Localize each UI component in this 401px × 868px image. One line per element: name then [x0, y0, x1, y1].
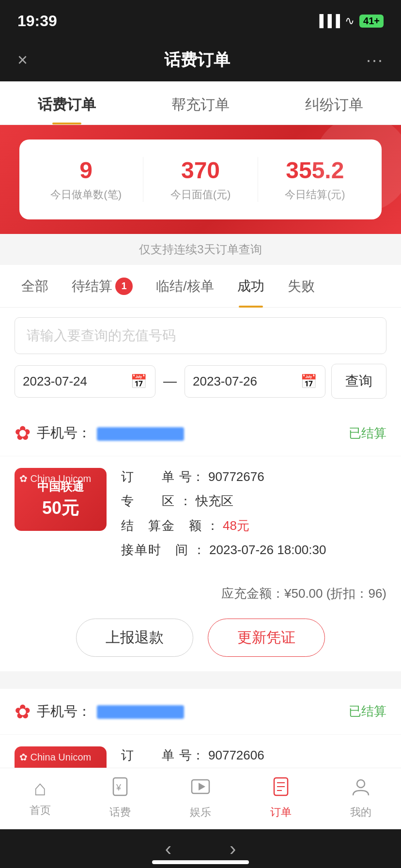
- status-filter-bar: 全部 待结算 1 临结/核单 成功 失败: [0, 265, 401, 308]
- carrier-card-1: ✿ China Unicom 中国联通 50元: [15, 468, 107, 531]
- stat-count-value: 9: [29, 157, 143, 184]
- stat-settle-label: 今日结算(元): [258, 187, 372, 202]
- unicom-icon-2: ✿: [15, 700, 31, 723]
- detail-row-zone: 专 区 ： 快充区: [121, 492, 386, 510]
- order-header-1: ✿ 手机号： 已结算: [0, 410, 401, 456]
- mine-icon: [350, 776, 371, 802]
- detail-row-order-no-2: 订 单 号： 90772606: [121, 746, 386, 764]
- nav-mine-label: 我的: [350, 805, 371, 820]
- stat-face-label: 今日面值(元): [143, 187, 257, 202]
- system-forward-button[interactable]: ›: [230, 838, 236, 860]
- nav-entertainment[interactable]: 娱乐: [160, 776, 241, 820]
- nav-title: 话费订单: [164, 49, 230, 71]
- detail-row-order-no: 订 单 号： 90772676: [121, 468, 386, 485]
- phone-blur-1: [97, 427, 184, 441]
- settled-badge-1: 已结算: [349, 425, 386, 442]
- phone-number-1: 手机号：: [37, 424, 349, 442]
- detail-row-time: 接单时 间 ： 2023-07-26 18:00:30: [121, 541, 386, 558]
- nav-orders[interactable]: 订单: [241, 776, 321, 820]
- detail-value-order: 90772676: [208, 468, 264, 485]
- home-icon: ⌂: [34, 776, 47, 800]
- section-divider: [0, 681, 401, 689]
- order-card-1: ✿ 手机号： 已结算 ✿ China Unicom 中国联通 50元 订 单 号…: [0, 410, 401, 671]
- detail-row-settle: 结 算金 额 ： 48元: [121, 517, 386, 534]
- filter-pending-badge: 1: [115, 278, 133, 295]
- detail-label-order: 订 单: [121, 468, 175, 485]
- stat-settle-value: 355.2: [258, 157, 372, 184]
- close-button[interactable]: ×: [17, 50, 28, 70]
- filter-pending[interactable]: 待结算 1: [60, 265, 144, 308]
- more-button[interactable]: ···: [366, 50, 384, 70]
- phone-blur-2: [97, 705, 184, 719]
- detail-value-order-2: 90772606: [208, 746, 264, 764]
- tab-talk-orders[interactable]: 话费订单: [0, 81, 134, 124]
- phone-icon: ¥: [109, 776, 131, 802]
- tab-help-orders[interactable]: 帮充订单: [134, 81, 267, 124]
- svg-marker-3: [199, 783, 205, 790]
- detail-value-time: 2023-07-26 18:00:30: [209, 541, 326, 558]
- stats-banner: 9 今日做单数(笔) 370 今日面值(元) 355.2 今日结算(元): [0, 125, 401, 234]
- filter-review[interactable]: 临结/核单: [144, 265, 226, 308]
- filter-all[interactable]: 全部: [10, 265, 60, 308]
- home-indicator: [152, 860, 249, 864]
- bottom-nav: ⌂ 首页 ¥ 话费 娱乐 订单: [0, 768, 401, 829]
- system-back-button[interactable]: ‹: [165, 838, 171, 860]
- date-filter: 2023-07-24 📅 — 2023-07-26 📅 查询: [0, 354, 401, 410]
- nav-phone[interactable]: ¥ 话费: [80, 776, 161, 820]
- status-time: 19:39: [17, 12, 57, 30]
- order-body-1: ✿ China Unicom 中国联通 50元 订 单 号： 90772676 …: [0, 456, 401, 577]
- detail-label-zone: 专 区: [121, 492, 175, 510]
- card-logo-top-2: ✿ China Unicom: [19, 751, 91, 763]
- svg-point-8: [357, 780, 365, 788]
- order-header-2: ✿ 手机号： 已结算: [0, 689, 401, 735]
- card-amount-1: 50元: [42, 496, 79, 520]
- search-area: 请输入要查询的充值号码: [0, 308, 401, 354]
- nav-home[interactable]: ⌂ 首页: [0, 776, 80, 820]
- unicom-icon-1: ✿: [15, 422, 31, 444]
- stat-face-value: 370: [143, 157, 257, 184]
- signal-icon: ▐▐▐: [315, 14, 340, 28]
- order-actions-1: 上报退款 更新凭证: [0, 614, 401, 671]
- svg-text:¥: ¥: [116, 783, 122, 792]
- nav-mine[interactable]: 我的: [321, 776, 401, 820]
- filter-failed[interactable]: 失败: [276, 265, 326, 308]
- order-footer-1: 应充金额：¥50.00 (折扣：96): [0, 577, 401, 614]
- phone-number-2: 手机号：: [37, 702, 349, 721]
- calendar-start-icon: 📅: [130, 373, 147, 389]
- nav-home-label: 首页: [30, 803, 51, 818]
- stats-card: 9 今日做单数(笔) 370 今日面值(元) 355.2 今日结算(元): [19, 140, 382, 219]
- nav-phone-label: 话费: [109, 805, 131, 820]
- card-logo-top-1: ✿ China Unicom: [19, 473, 91, 484]
- filter-notice: 仅支持连续3天订单查询: [0, 234, 401, 265]
- date-separator: —: [161, 373, 179, 389]
- query-button[interactable]: 查询: [331, 364, 386, 399]
- date-end-input[interactable]: 2023-07-26 📅: [185, 365, 325, 398]
- date-start-input[interactable]: 2023-07-24 📅: [15, 365, 155, 398]
- nav-bar: × 话费订单 ···: [0, 39, 401, 81]
- detail-label-order-2: 订 单: [121, 746, 175, 764]
- order-details-1: 订 单 号： 90772676 专 区 ： 快充区 结 算金 额 ： 48元 接…: [121, 468, 386, 566]
- filter-success[interactable]: 成功: [226, 265, 276, 308]
- stat-count-label: 今日做单数(笔): [29, 187, 143, 202]
- detail-value-zone: 快充区: [196, 492, 233, 510]
- status-bar: 19:39 ▐▐▐ ∿ 41+: [0, 0, 401, 39]
- detail-label-settle: 结 算金 额: [121, 517, 202, 534]
- calendar-end-icon: 📅: [300, 373, 317, 389]
- entertainment-icon: [190, 776, 211, 802]
- update-voucher-button[interactable]: 更新凭证: [208, 619, 325, 657]
- detail-value-settle: 48元: [223, 517, 249, 534]
- search-input[interactable]: 请输入要查询的充值号码: [15, 317, 386, 354]
- stat-face: 370 今日面值(元): [143, 157, 258, 202]
- tab-dispute-orders[interactable]: 纠纷订单: [267, 81, 401, 124]
- battery-badge: 41+: [359, 15, 384, 28]
- stat-settle: 355.2 今日结算(元): [258, 157, 372, 202]
- report-refund-button[interactable]: 上报退款: [76, 619, 193, 657]
- status-icons: ▐▐▐ ∿ 41+: [315, 14, 384, 28]
- nav-entertainment-label: 娱乐: [190, 805, 211, 820]
- orders-icon: [270, 776, 292, 802]
- settled-badge-2: 已结算: [349, 703, 386, 720]
- wifi-icon: ∿: [345, 14, 355, 28]
- main-tab-bar: 话费订单 帮充订单 纠纷订单: [0, 81, 401, 125]
- detail-label-time: 接单时 间: [121, 541, 189, 558]
- nav-orders-label: 订单: [270, 805, 292, 820]
